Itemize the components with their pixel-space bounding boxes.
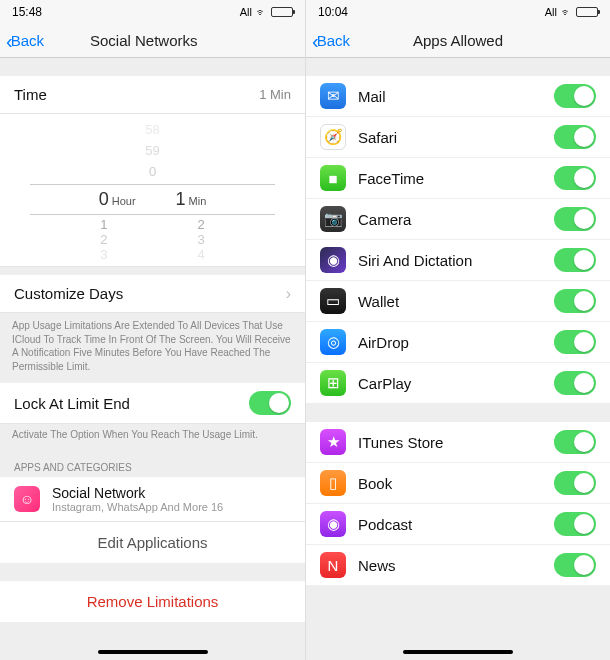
nav-title: Social Networks — [90, 32, 198, 49]
app-name: News — [358, 557, 554, 574]
edit-applications-button[interactable]: Edit Applications — [0, 521, 305, 563]
back-label: Back — [11, 32, 44, 49]
status-right: All ᯤ — [545, 6, 598, 18]
app-toggle[interactable] — [554, 553, 596, 577]
remove-limitations-button[interactable]: Remove Limitations — [0, 581, 305, 622]
nav-bar: ‹ Back Apps Allowed — [306, 24, 610, 58]
app-name: Wallet — [358, 293, 554, 310]
app-toggle[interactable] — [554, 471, 596, 495]
app-row-camera: 📷Camera — [306, 199, 610, 240]
chevron-right-icon: › — [286, 285, 291, 303]
mail-icon: ✉ — [320, 83, 346, 109]
usage-note: App Usage Limitations Are Extended To Al… — [0, 313, 305, 383]
back-button[interactable]: ‹ Back — [0, 31, 44, 51]
phone-left: 15:48 All ᯤ ‹ Back Social Networks Time … — [0, 0, 305, 660]
app-name: Book — [358, 475, 554, 492]
time-picker[interactable]: 58 59 0 0Hour 1Min 12 23 34 — [0, 114, 305, 267]
customize-days-row[interactable]: Customize Days › — [0, 275, 305, 313]
customize-days-label: Customize Days — [14, 285, 280, 302]
app-toggle[interactable] — [554, 330, 596, 354]
safari-icon: 🧭 — [320, 124, 346, 150]
battery-icon — [576, 7, 598, 17]
back-label: Back — [317, 32, 350, 49]
app-row-siri-and-dictation: ◉Siri And Dictation — [306, 240, 610, 281]
itunes-icon: ★ — [320, 429, 346, 455]
status-bar: 15:48 All ᯤ — [0, 0, 305, 24]
battery-icon — [271, 7, 293, 17]
app-toggle[interactable] — [554, 430, 596, 454]
app-row-wallet: ▭Wallet — [306, 281, 610, 322]
category-row[interactable]: ☺ Social Network Instagram, WhatsApp And… — [0, 477, 305, 521]
lock-limit-label: Lock At Limit End — [14, 395, 249, 412]
podcast-icon: ◉ — [320, 511, 346, 537]
app-name: AirDrop — [358, 334, 554, 351]
app-row-airdrop: ◎AirDrop — [306, 322, 610, 363]
time-row[interactable]: Time 1 Min — [0, 76, 305, 114]
app-row-facetime: ■FaceTime — [306, 158, 610, 199]
wifi-icon: ᯤ — [256, 6, 267, 18]
app-toggle[interactable] — [554, 289, 596, 313]
wallet-icon: ▭ — [320, 288, 346, 314]
picker-faded: 58 59 0 — [0, 120, 305, 182]
lock-limit-row: Lock At Limit End — [0, 383, 305, 424]
app-name: FaceTime — [358, 170, 554, 187]
app-group-0: ✉Mail🧭Safari■FaceTime📷Camera◉Siri And Di… — [306, 76, 610, 404]
status-carrier: All — [545, 6, 557, 18]
app-name: Mail — [358, 88, 554, 105]
social-icon: ☺ — [14, 486, 40, 512]
time-value: 1 Min — [259, 87, 291, 102]
app-row-book: ▯Book — [306, 463, 610, 504]
app-toggle[interactable] — [554, 207, 596, 231]
facetime-icon: ■ — [320, 165, 346, 191]
carplay-icon: ⊞ — [320, 370, 346, 396]
category-title: Social Network — [52, 485, 291, 501]
app-toggle[interactable] — [554, 512, 596, 536]
app-row-carplay: ⊞CarPlay — [306, 363, 610, 404]
app-row-safari: 🧭Safari — [306, 117, 610, 158]
lock-limit-toggle[interactable] — [249, 391, 291, 415]
app-name: Safari — [358, 129, 554, 146]
app-row-podcast: ◉Podcast — [306, 504, 610, 545]
content: Time 1 Min 58 59 0 0Hour 1Min 12 23 34 C… — [0, 58, 305, 622]
app-name: CarPlay — [358, 375, 554, 392]
picker-selected-row: 0Hour 1Min — [30, 184, 275, 215]
time-label: Time — [14, 86, 259, 103]
status-time: 15:48 — [12, 5, 42, 19]
apps-categories-header: APPS AND CATEGORIES — [0, 452, 305, 477]
status-right: All ᯤ — [240, 6, 293, 18]
siri-icon: ◉ — [320, 247, 346, 273]
app-name: Siri And Dictation — [358, 252, 554, 269]
book-icon: ▯ — [320, 470, 346, 496]
app-toggle[interactable] — [554, 166, 596, 190]
status-time: 10:04 — [318, 5, 348, 19]
app-name: ITunes Store — [358, 434, 554, 451]
content: ✉Mail🧭Safari■FaceTime📷Camera◉Siri And Di… — [306, 58, 610, 586]
app-toggle[interactable] — [554, 84, 596, 108]
nav-title: Apps Allowed — [413, 32, 503, 49]
airdrop-icon: ◎ — [320, 329, 346, 355]
camera-icon: 📷 — [320, 206, 346, 232]
back-button[interactable]: ‹ Back — [306, 31, 350, 51]
news-icon: N — [320, 552, 346, 578]
home-indicator[interactable] — [403, 650, 513, 654]
wifi-icon: ᯤ — [561, 6, 572, 18]
app-group-1: ★ITunes Store▯Book◉PodcastNNews — [306, 422, 610, 586]
home-indicator[interactable] — [98, 650, 208, 654]
status-bar: 10:04 All ᯤ — [306, 0, 610, 24]
app-toggle[interactable] — [554, 248, 596, 272]
app-row-news: NNews — [306, 545, 610, 586]
app-toggle[interactable] — [554, 125, 596, 149]
lock-note: Activate The Option When You Reach The U… — [0, 424, 305, 452]
app-name: Camera — [358, 211, 554, 228]
nav-bar: ‹ Back Social Networks — [0, 24, 305, 58]
app-row-itunes-store: ★ITunes Store — [306, 422, 610, 463]
category-subtitle: Instagram, WhatsApp And More 16 — [52, 501, 291, 513]
app-name: Podcast — [358, 516, 554, 533]
app-row-mail: ✉Mail — [306, 76, 610, 117]
phone-right: 10:04 All ᯤ ‹ Back Apps Allowed ✉Mail🧭Sa… — [305, 0, 610, 660]
app-toggle[interactable] — [554, 371, 596, 395]
status-carrier: All — [240, 6, 252, 18]
